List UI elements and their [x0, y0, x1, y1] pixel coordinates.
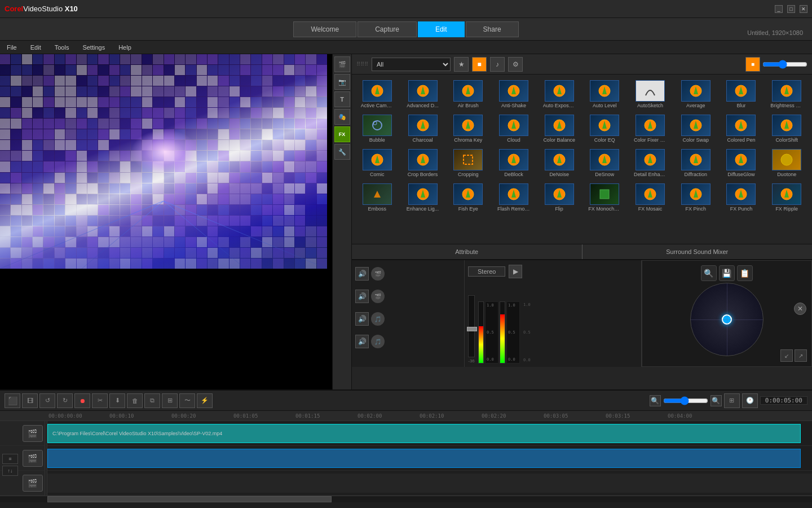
effect-color-balance[interactable]: Color Balance	[537, 112, 581, 145]
surround-icon-2[interactable]: 💾	[719, 265, 735, 281]
menu-edit[interactable]: Edit	[28, 43, 43, 52]
text-tool[interactable]: T	[334, 91, 350, 107]
surround-sound-tab[interactable]: Surround Sound Mixer	[582, 244, 813, 259]
close-mixer-btn[interactable]: ✕	[794, 303, 806, 315]
surround-icon-1[interactable]: 🔍	[701, 265, 717, 281]
surround-icon-3[interactable]: 📋	[737, 265, 753, 281]
timeline-scrollbar[interactable]	[0, 496, 812, 502]
effect-advanced-d[interactable]: Advanced D...	[401, 78, 445, 111]
effect-charcoal[interactable]: Charcoal	[401, 112, 445, 145]
surround-tool-1[interactable]: ↙	[780, 349, 793, 362]
effect-emboss[interactable]: Emboss	[355, 181, 399, 214]
effect-detail-enh[interactable]: Detail Enhan...	[628, 147, 672, 179]
video-track-icon[interactable]: 🎬	[23, 425, 43, 442]
effect-colored-pen[interactable]: Colored Pen	[720, 112, 764, 145]
zoom-in-btn[interactable]: 🔍	[710, 395, 722, 406]
effects-filter-select[interactable]: All	[372, 58, 451, 71]
maximize-button[interactable]: □	[787, 5, 795, 13]
effect-denoise[interactable]: DeNoise	[537, 147, 581, 179]
effect-diffraction[interactable]: Diffraction	[674, 147, 718, 179]
effect-crop-borders[interactable]: Crop Borders	[401, 147, 445, 179]
fx-tool[interactable]: FX	[334, 126, 350, 142]
effect-brightness[interactable]: Brightness &...	[765, 78, 809, 111]
effect-diffuseglow[interactable]: DiffuseGlow	[720, 147, 764, 179]
effect-bubble[interactable]: Bubble	[355, 112, 399, 145]
effect-active-camera[interactable]: Active Camera	[355, 78, 399, 111]
attribute-tab[interactable]: Attribute	[352, 244, 582, 259]
track-icon-2[interactable]: 🎬	[371, 290, 385, 303]
media-tool[interactable]: 🎬	[334, 56, 350, 72]
effect-fx-mosaic[interactable]: FX Mosaic	[628, 181, 672, 214]
effect-average[interactable]: Average	[674, 78, 718, 111]
effect-autosketch[interactable]: AutoSketch	[628, 78, 672, 111]
effect-air-brush[interactable]: Air Brush	[446, 78, 490, 111]
effect-color-eq[interactable]: Color EQ	[582, 112, 626, 145]
effect-cloud[interactable]: Cloud	[492, 112, 536, 145]
audio-track-1-icon[interactable]: 🎬	[23, 450, 43, 467]
track-audio-icon[interactable]: ↑↓	[2, 466, 18, 476]
tl-storyboard-btn[interactable]: 🎞	[22, 393, 38, 408]
video-clip[interactable]: C:\Program Files\Corel\Corel VideoStudio…	[47, 424, 801, 443]
scrollbar-thumb[interactable]	[47, 496, 332, 502]
effect-enhance-lig[interactable]: Enhance Lig...	[401, 181, 445, 214]
titlebar-right[interactable]: _ □ ✕	[775, 5, 807, 13]
effect-fx-ripple[interactable]: FX Ripple	[765, 181, 809, 214]
effect-color-fixer-plus[interactable]: Color Fixer Plus	[628, 112, 672, 145]
effect-auto-level[interactable]: Auto Level	[582, 78, 626, 111]
tab-edit[interactable]: Edit	[418, 21, 465, 37]
effect-flash-remover[interactable]: Flash Remover	[492, 181, 536, 214]
speaker-icon-3[interactable]: 🔊	[355, 312, 369, 326]
audio-play-btn[interactable]: ▶	[509, 265, 522, 278]
fit-timeline-btn[interactable]: ⊞	[724, 393, 740, 408]
mask-tool[interactable]: 🎭	[334, 109, 350, 125]
size-slider[interactable]	[762, 60, 807, 69]
record-btn[interactable]: ⏺	[74, 393, 90, 408]
effect-duotone[interactable]: Duotone	[765, 147, 809, 179]
delete-btn[interactable]: 🗑	[127, 393, 143, 408]
capture-tool[interactable]: 📷	[334, 74, 350, 90]
clock-btn[interactable]: 🕐	[742, 393, 758, 408]
effect-desnow[interactable]: DeSnow	[582, 147, 626, 179]
effect-anti-shake[interactable]: Anti-Shake	[492, 78, 536, 111]
zoom-out-btn[interactable]: 🔍	[650, 395, 661, 406]
fader-thumb-1[interactable]	[467, 327, 477, 331]
insert-btn[interactable]: ⬇	[109, 393, 125, 408]
effect-color-swap[interactable]: Color Swap	[674, 112, 718, 145]
menu-settings[interactable]: Settings	[80, 43, 107, 52]
effect-fx-monochro[interactable]: FX Monochro...	[582, 181, 626, 214]
speaker-icon-4[interactable]: 🔊	[355, 335, 369, 348]
speaker-icon-2[interactable]: 🔊	[355, 290, 369, 303]
multi-trim-btn[interactable]: ⊞	[162, 393, 178, 408]
audio-tool[interactable]: 🔧	[334, 144, 350, 160]
effect-fx-punch[interactable]: FX Punch	[720, 181, 764, 214]
tl-track-btn[interactable]: ⬛	[5, 393, 20, 408]
track-settings-icon[interactable]: ≡	[2, 454, 18, 464]
effect-flip[interactable]: Flip	[537, 181, 581, 214]
video-btn[interactable]: ■	[472, 57, 487, 72]
surround-tool-2[interactable]: ↗	[795, 349, 807, 362]
menu-tools[interactable]: Tools	[52, 43, 72, 52]
track-icon-4[interactable]: 🎵	[371, 335, 385, 348]
menu-help[interactable]: Help	[116, 43, 134, 52]
speaker-icon-1[interactable]: 🔊	[355, 267, 369, 281]
effect-colorshift[interactable]: ColorShift	[765, 112, 809, 145]
effect-deblock[interactable]: DeBlock	[492, 147, 536, 179]
menu-file[interactable]: File	[5, 43, 19, 52]
tab-capture[interactable]: Capture	[358, 21, 417, 37]
effect-blur[interactable]: Blur	[720, 78, 764, 111]
favorites-btn[interactable]: ★	[454, 57, 469, 72]
effect-cropping[interactable]: Cropping	[446, 147, 490, 179]
view-toggle-btn[interactable]: ■	[745, 57, 760, 72]
effect-comic[interactable]: Comic	[355, 147, 399, 179]
audio-track-2-icon[interactable]: 🎬	[23, 475, 43, 492]
zoom-slider[interactable]	[663, 396, 708, 405]
audio-clip-1[interactable]	[47, 449, 801, 468]
track-icon-1[interactable]: 🎬	[371, 267, 385, 281]
timeline-ruler[interactable]: 00:00:00:00 00:00:10 00:00:20 00:01:05 0…	[0, 411, 812, 421]
audio-btn[interactable]: ♪	[490, 57, 505, 72]
undo-btn[interactable]: ↺	[39, 393, 55, 408]
sync-btn[interactable]: ⚡	[197, 393, 213, 408]
minimize-button[interactable]: _	[775, 5, 783, 13]
effect-chroma-key[interactable]: Chroma Key	[446, 112, 490, 145]
settings-btn[interactable]: ⚙	[508, 57, 523, 72]
